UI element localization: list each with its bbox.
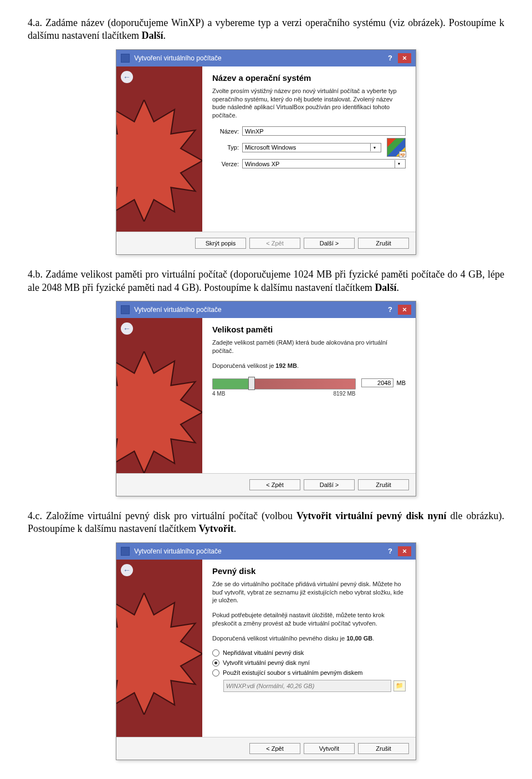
starburst-graphic: [116, 593, 202, 715]
radio-create-disk[interactable]: Vytvořit virtuální pevný disk nyní: [212, 659, 406, 667]
wizard-desc3: Doporučená velikost virtuálního pevného …: [212, 634, 406, 643]
radio-icon: [212, 649, 219, 657]
desc2-pre: Doporučená velikost je: [212, 362, 275, 369]
window-title: Vytvoření virtuálního počítače: [134, 306, 382, 314]
desc2-post: .: [297, 362, 299, 369]
folder-icon[interactable]: 📁: [393, 680, 406, 691]
close-icon[interactable]: ×: [398, 546, 411, 556]
para-suffix: .: [234, 523, 237, 534]
memory-unit: MB: [397, 380, 406, 386]
name-label: Název:: [212, 128, 242, 135]
slider-min-label: 4 MB: [212, 391, 225, 397]
svg-marker-0: [116, 100, 202, 222]
xp-badge: xp: [399, 151, 406, 157]
wizard-desc1: Zde se do virtuálního počítače přidává v…: [212, 580, 406, 605]
para-bold2: Vytvořit: [198, 523, 233, 534]
starburst-graphic: [116, 351, 202, 473]
chevron-down-icon: ▾: [395, 160, 403, 168]
memory-value-input[interactable]: [361, 378, 393, 387]
paragraph-4c: 4.c. Založíme virtuální pevný disk pro v…: [28, 510, 504, 536]
dialog-name-os: Vytvoření virtuálního počítače ? × ← Náz…: [116, 49, 416, 255]
wizard-heading: Pevný disk: [212, 566, 406, 576]
radio-label: Použít existující soubor s virtuálním pe…: [223, 669, 362, 676]
para-suffix: .: [396, 282, 399, 293]
slider-max-label: 8192 MB: [333, 391, 355, 397]
desc3-post: .: [372, 635, 374, 642]
version-label: Verze:: [212, 161, 242, 167]
type-select[interactable]: Microsoft Windows ▾: [242, 143, 381, 152]
back-arrow-icon[interactable]: ←: [121, 564, 133, 576]
window-title: Vytvoření virtuálního počítače: [134, 547, 382, 555]
para-text: 4.a. Zadáme název (doporučujeme WinXP) a…: [28, 17, 504, 41]
slider-thumb[interactable]: [248, 377, 255, 390]
back-arrow-icon[interactable]: ←: [121, 322, 133, 335]
wizard-content: Název a operační systém Zvolte prosím vý…: [202, 66, 416, 232]
help-icon[interactable]: ?: [383, 53, 397, 63]
next-button[interactable]: Další >: [304, 479, 355, 490]
disk-file-input: [223, 680, 391, 692]
desc3-bold: 10,00 GB: [346, 635, 372, 642]
svg-marker-1: [116, 351, 202, 473]
vbox-icon: [121, 305, 130, 314]
radio-icon: [212, 659, 219, 667]
svg-marker-2: [116, 593, 202, 715]
radio-no-disk[interactable]: Nepřidávat vituální pevný disk: [212, 649, 406, 657]
radio-existing-disk[interactable]: Použít existující soubor s virtuálním pe…: [212, 669, 406, 676]
wizard-desc: Zvolte prosím výstižný název pro nový vi…: [212, 87, 406, 120]
cancel-button[interactable]: Zrušit: [358, 479, 409, 490]
name-input[interactable]: [242, 126, 406, 136]
next-button[interactable]: Další >: [304, 238, 355, 249]
desc3-pre: Doporučená velikost virtuálního pevného …: [212, 635, 346, 642]
cancel-button[interactable]: Zrušit: [358, 238, 409, 249]
radio-icon: [212, 669, 219, 676]
paragraph-4a: 4.a. Zadáme název (doporučujeme WinXP) a…: [28, 17, 504, 43]
close-icon[interactable]: ×: [398, 53, 411, 63]
memory-slider[interactable]: [212, 378, 356, 390]
titlebar: Vytvoření virtuálního počítače ? ×: [116, 543, 416, 560]
wizard-heading: Velikost paměti: [212, 325, 406, 334]
wizard-desc2: Pokud potřebujete detailněji nastavit úl…: [212, 611, 406, 628]
para-bold: Další: [375, 282, 396, 293]
back-button[interactable]: < Zpět: [249, 479, 300, 490]
close-icon[interactable]: ×: [398, 305, 411, 315]
paragraph-4b: 4.b. Zadáme velikost paměti pro virtuáln…: [28, 268, 504, 294]
desc2-bold: 192 MB: [275, 362, 297, 369]
titlebar: Vytvoření virtuálního počítače ? ×: [116, 301, 416, 318]
dialog-memory: Vytvoření virtuálního počítače ? × ← Vel…: [116, 301, 416, 496]
wizard-heading: Název a operační systém: [212, 73, 406, 83]
wizard-desc2: Doporučená velikost je 192 MB.: [212, 362, 406, 370]
wizard-sidebar: ←: [116, 66, 202, 232]
version-value: Windows XP: [245, 161, 279, 167]
os-icon: xp: [387, 138, 406, 157]
button-row: < Zpět Vytvořit Zrušit: [116, 737, 416, 760]
para-text: 4.b. Zadáme velikost paměti pro virtuáln…: [28, 269, 504, 293]
dialog-harddisk: Vytvoření virtuálního počítače ? × ← Pev…: [116, 542, 416, 760]
vbox-icon: [121, 547, 130, 556]
wizard-content: Velikost paměti Zadejte velikost paměti …: [202, 318, 416, 473]
wizard-sidebar: ←: [116, 560, 202, 737]
button-row: < Zpět Další > Zrušit: [116, 473, 416, 496]
back-button[interactable]: < Zpět: [249, 743, 300, 754]
para-bold1: Vytvořit virtuální pevný disk nyní: [296, 510, 446, 521]
para-suffix: .: [163, 30, 166, 41]
help-icon[interactable]: ?: [383, 305, 397, 315]
back-arrow-icon[interactable]: ←: [121, 71, 133, 83]
titlebar: Vytvoření virtuálního počítače ? ×: [116, 50, 416, 66]
version-select[interactable]: Windows XP ▾: [242, 159, 406, 168]
starburst-graphic: [116, 100, 202, 222]
type-value: Microsoft Windows: [245, 144, 296, 151]
wizard-content: Pevný disk Zde se do virtuálního počítač…: [202, 560, 416, 737]
wizard-desc1: Zadejte velikost paměti (RAM) která bude…: [212, 339, 406, 355]
type-label: Typ:: [212, 144, 242, 151]
hide-desc-button[interactable]: Skrýt popis: [195, 238, 246, 249]
para-prefix: 4.c. Založíme virtuální pevný disk pro v…: [28, 510, 296, 521]
cancel-button[interactable]: Zrušit: [358, 743, 409, 754]
create-button[interactable]: Vytvořit: [304, 743, 355, 754]
button-row: Skrýt popis < Zpět Další > Zrušit: [116, 232, 416, 254]
help-icon[interactable]: ?: [383, 546, 397, 556]
radio-label: Nepřidávat vituální pevný disk: [223, 649, 304, 656]
back-button[interactable]: < Zpět: [249, 238, 300, 249]
radio-label: Vytvořit virtuální pevný disk nyní: [223, 659, 310, 666]
window-title: Vytvoření virtuálního počítače: [134, 54, 382, 62]
para-bold: Další: [141, 30, 163, 41]
